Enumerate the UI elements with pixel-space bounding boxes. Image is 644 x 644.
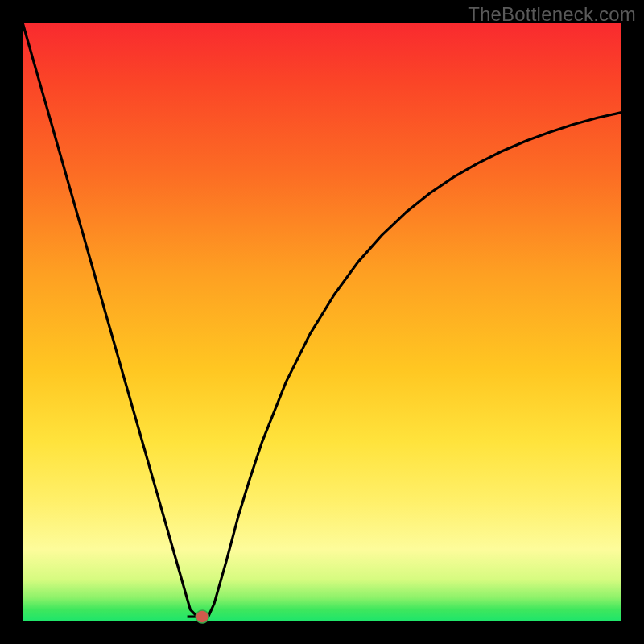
plot-area	[23, 23, 621, 621]
minimum-marker-dot	[196, 610, 208, 623]
bottleneck-curve-path	[23, 23, 621, 617]
bottleneck-curve-svg	[23, 23, 621, 621]
watermark-text: TheBottleneck.com	[468, 3, 636, 26]
chart-frame: TheBottleneck.com	[0, 0, 644, 644]
